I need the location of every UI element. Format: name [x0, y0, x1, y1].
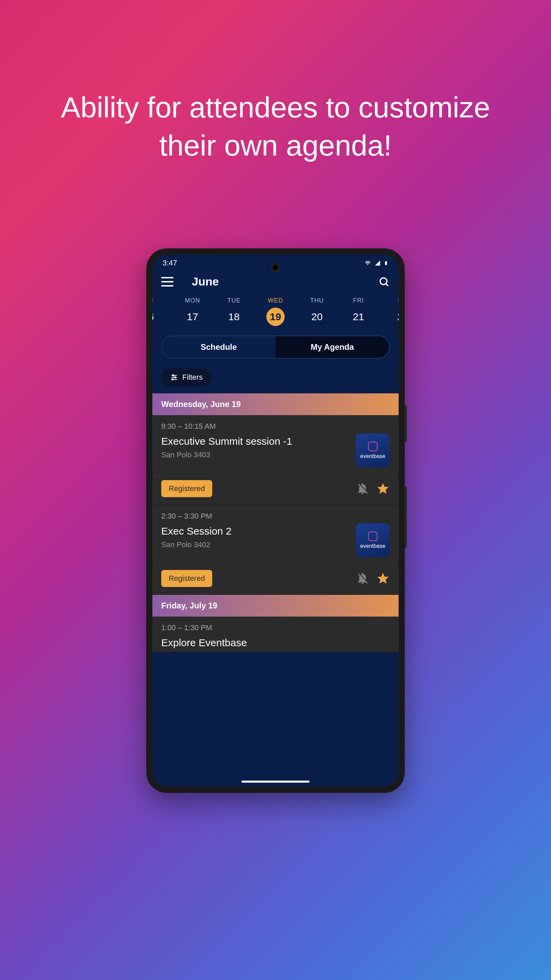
month-title: June	[192, 275, 378, 288]
session-card[interactable]: 9:30 – 10:15 AM Executive Summit session…	[152, 415, 399, 505]
svg-point-5	[175, 377, 176, 378]
session-room: San Polo 3403	[161, 450, 349, 460]
session-title: Explore Eventbase	[161, 637, 390, 649]
registered-badge: Registered	[161, 570, 212, 587]
eventbase-logo-icon	[368, 442, 378, 451]
session-time: 1:00 – 1:30 PM	[161, 624, 390, 632]
star-icon[interactable]	[376, 572, 390, 585]
bell-off-icon[interactable]	[356, 572, 369, 585]
day-number: 18	[225, 308, 243, 326]
thumbnail-label: eventbase	[360, 543, 385, 549]
svg-line-1	[386, 284, 388, 286]
phone-screen: 3:47 June N 6 MON 17 TUE 18	[152, 255, 399, 787]
search-icon[interactable]	[378, 276, 390, 288]
calendar-day[interactable]: TUE 18	[218, 297, 250, 326]
session-title: Exec Session 2	[161, 525, 349, 537]
app-header: June	[152, 272, 399, 295]
phone-frame: 3:47 June N 6 MON 17 TUE 18	[146, 248, 405, 793]
calendar-day-selected[interactable]: WED 19	[259, 297, 292, 326]
status-time: 3:47	[163, 259, 177, 267]
tab-my-agenda[interactable]: My Agenda	[275, 336, 389, 358]
wifi-icon	[364, 260, 372, 266]
tab-schedule[interactable]: Schedule	[162, 336, 275, 358]
calendar-day[interactable]: THU 20	[301, 297, 333, 326]
marketing-headline: Ability for attendees to customize their…	[37, 89, 514, 165]
svg-point-7	[172, 379, 173, 380]
volume-button	[405, 487, 407, 548]
filters-button[interactable]: Filters	[161, 368, 211, 387]
battery-icon	[384, 259, 388, 267]
day-of-week: MON	[185, 297, 200, 304]
menu-icon[interactable]	[161, 277, 173, 286]
eventbase-logo-icon	[368, 531, 378, 541]
day-number: 6	[152, 308, 160, 326]
bell-off-icon[interactable]	[356, 482, 369, 495]
day-number: 17	[183, 308, 202, 326]
session-card[interactable]: 2:30 – 3:30 PM Exec Session 2 San Polo 3…	[152, 505, 399, 595]
day-of-week: S	[398, 297, 399, 304]
date-header: Wednesday, June 19	[152, 393, 399, 415]
day-number: 2	[391, 308, 399, 326]
day-of-week: TUE	[227, 297, 241, 304]
session-thumbnail: eventbase	[356, 523, 390, 557]
calendar-strip: N 6 MON 17 TUE 18 WED 19 THU 20 FRI 21	[152, 295, 399, 336]
session-title: Executive Summit session -1	[161, 436, 349, 447]
day-of-week: FRI	[353, 297, 364, 304]
svg-point-3	[172, 375, 174, 376]
day-number: 20	[308, 308, 326, 326]
filters-label: Filters	[182, 373, 203, 382]
schedule-agenda-toggle: Schedule My Agenda	[161, 336, 390, 359]
session-room: San Polo 3402	[161, 540, 349, 549]
session-card[interactable]: 1:00 – 1:30 PM Explore Eventbase	[152, 617, 399, 652]
status-bar: 3:47	[152, 255, 399, 272]
signal-icon	[374, 260, 381, 266]
session-thumbnail: eventbase	[356, 434, 390, 468]
calendar-day[interactable]: MON 17	[176, 297, 209, 326]
star-icon[interactable]	[376, 482, 390, 495]
thumbnail-label: eventbase	[360, 453, 385, 460]
day-of-week: N	[152, 297, 153, 304]
filters-icon	[170, 373, 178, 382]
day-of-week: WED	[268, 297, 283, 304]
status-icons	[364, 259, 388, 267]
session-time: 9:30 – 10:15 AM	[161, 422, 349, 431]
date-header: Friday, July 19	[152, 595, 399, 617]
day-number: 19	[266, 308, 285, 326]
home-indicator[interactable]	[241, 781, 310, 783]
calendar-day[interactable]: FRI 21	[342, 297, 375, 326]
day-number: 21	[349, 308, 368, 326]
session-time: 2:30 – 3:30 PM	[161, 512, 349, 520]
registered-badge: Registered	[161, 480, 212, 497]
calendar-day[interactable]: S 2	[384, 297, 399, 326]
svg-point-0	[380, 278, 387, 285]
power-button	[405, 405, 407, 442]
day-of-week: THU	[310, 297, 324, 304]
calendar-day[interactable]: N 6	[152, 297, 167, 326]
